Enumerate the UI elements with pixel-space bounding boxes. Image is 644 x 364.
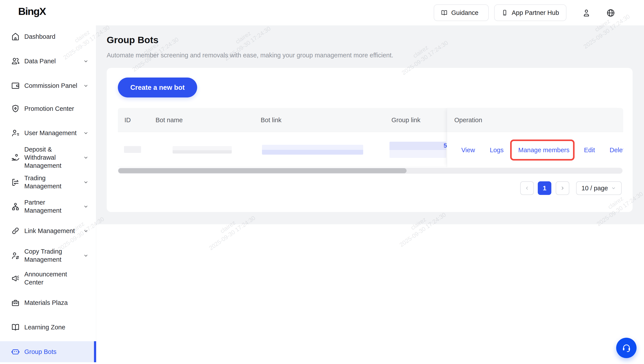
home-icon: [11, 32, 20, 41]
customer-support-button[interactable]: [616, 338, 636, 358]
user-list-icon: [11, 128, 20, 138]
chain-link-icon: [11, 226, 20, 236]
page-size-value: 10 / page: [582, 185, 608, 192]
next-page-button[interactable]: [556, 181, 569, 195]
manage-members-highlight-box: [510, 140, 574, 160]
group-bots-card: Create a new bot ID Bot name Bot link Gr…: [107, 68, 632, 212]
megaphone-icon: [11, 274, 20, 283]
redacted-id-cell: [124, 146, 141, 153]
app-partner-hub-button[interactable]: App Partner Hub: [494, 4, 566, 21]
chevron-down-icon: [611, 186, 616, 191]
transfer-arrows-icon: [11, 178, 20, 187]
sidebar-item-copy-trading-management[interactable]: Copy Trading Management: [0, 248, 96, 264]
org-chart-icon: [11, 202, 20, 211]
shield-diamond-icon: [11, 104, 20, 113]
sidebar-item-materials-plaza[interactable]: Materials Plaza: [0, 298, 96, 307]
phone-icon: [501, 9, 508, 16]
open-book-icon: [11, 323, 20, 332]
column-header-bot-link: Bot link: [261, 108, 282, 132]
sidebar-item-announcement-center[interactable]: Announcement Center: [0, 270, 96, 286]
sidebar-item-promotion-center[interactable]: Promotion Center: [0, 104, 96, 113]
column-header-id: ID: [124, 108, 131, 132]
sidebar-item-commission-panel[interactable]: Commission Panel: [0, 81, 96, 90]
chevron-down-icon: [83, 204, 89, 210]
current-page-button[interactable]: 1: [538, 181, 551, 195]
view-link[interactable]: View: [461, 146, 475, 154]
globe-icon[interactable]: [606, 8, 615, 18]
chevron-down-icon: [83, 179, 89, 185]
sidebar-item-user-management[interactable]: User Management: [0, 128, 96, 138]
column-header-group-link: Group link: [392, 108, 420, 132]
sidebar-item-deposit-withdrawal-management[interactable]: Deposit & Withdrawal Management: [0, 146, 96, 170]
delete-link[interactable]: Delete: [610, 146, 623, 154]
page-title: Group Bots: [107, 34, 158, 45]
redacted-bot-name-cell: [172, 146, 232, 154]
chevron-down-icon: [83, 154, 89, 160]
robot-icon: [11, 347, 20, 356]
redacted-bot-link-cell: [262, 145, 363, 154]
page-subtitle: Automate member screening and removals w…: [107, 52, 393, 59]
user-swap-icon: [11, 251, 20, 260]
previous-page-button[interactable]: [520, 181, 534, 195]
logs-link[interactable]: Logs: [490, 146, 504, 154]
sidebar-item-link-management[interactable]: Link Management: [0, 226, 96, 236]
sidebar-item-dashboard[interactable]: Dashboard: [0, 32, 96, 41]
headset-icon: [622, 343, 632, 353]
chevron-left-icon: [524, 185, 530, 191]
person-icon[interactable]: [582, 8, 591, 18]
column-header-operation: Operation: [454, 108, 482, 132]
guidance-button[interactable]: Guidance: [434, 4, 489, 21]
top-bar: BingX Guidance App Partner Hub: [0, 0, 644, 26]
sidebar-item-data-panel[interactable]: Data Panel: [0, 57, 96, 66]
operation-header: Operation: [447, 108, 623, 132]
edit-link[interactable]: Edit: [584, 146, 595, 154]
bingx-logo: BingX: [18, 5, 46, 17]
sidebar-item-partner-management[interactable]: Partner Management: [0, 198, 96, 215]
redacted-group-link-cell: [390, 142, 446, 158]
users-icon: [11, 57, 20, 66]
horizontal-scrollbar-track[interactable]: [118, 168, 622, 174]
sidebar-item-trading-management[interactable]: Trading Management: [0, 174, 96, 190]
guidance-label: Guidance: [451, 9, 478, 16]
horizontal-scrollbar-thumb[interactable]: [118, 168, 406, 173]
hand-coin-icon: [11, 153, 20, 162]
chevron-right-icon: [560, 185, 565, 191]
chevron-down-icon: [83, 58, 89, 64]
chevron-down-icon: [83, 253, 89, 258]
operation-sticky-panel: Operation View Logs Manage members Edit …: [447, 108, 623, 167]
chevron-down-icon: [83, 130, 89, 136]
toolbox-icon: [11, 298, 20, 307]
sidebar: Dashboard Data Panel Commission Panel Pr…: [0, 26, 96, 364]
sidebar-item-group-bots[interactable]: Group Bots: [0, 347, 96, 356]
wallet-icon: [11, 81, 20, 90]
sidebar-item-learning-zone[interactable]: Learning Zone: [0, 323, 96, 332]
column-header-bot-name: Bot name: [156, 108, 183, 132]
chevron-down-icon: [83, 83, 89, 88]
bingx-partner-hub-page: { "brand": { "logo": "BingX" }, "topbar"…: [0, 0, 644, 364]
book-icon: [441, 9, 448, 16]
chevron-down-icon: [83, 228, 89, 234]
clipped-link-text-fragment: 5: [444, 142, 447, 149]
app-partner-hub-label: App Partner Hub: [512, 9, 559, 16]
create-new-bot-button[interactable]: Create a new bot: [118, 78, 197, 98]
page-size-select[interactable]: 10 / page: [576, 181, 622, 195]
